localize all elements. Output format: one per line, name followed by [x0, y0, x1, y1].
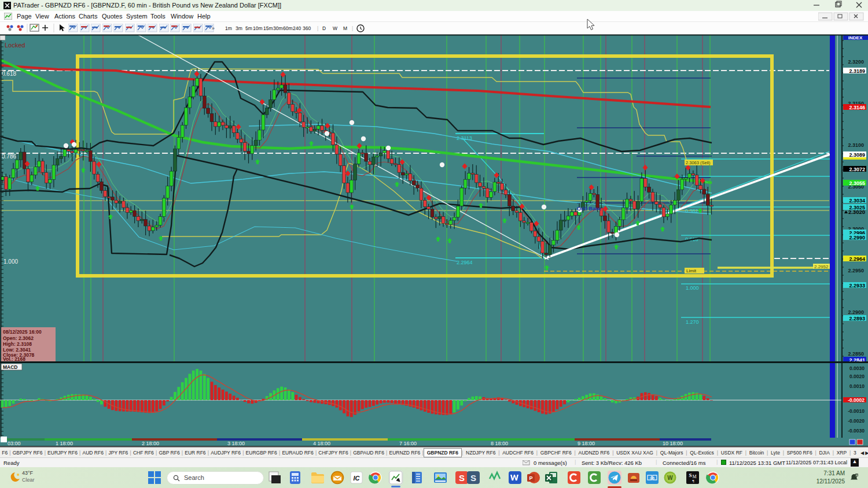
svg-text:W: W — [667, 475, 673, 481]
svg-text:Limit: Limit — [686, 268, 697, 273]
svg-text:2.3072: 2.3072 — [849, 167, 865, 172]
svg-text:2.3100: 2.3100 — [848, 142, 864, 148]
svg-text:Locked: Locked — [5, 42, 25, 49]
svg-text:9 18:00: 9 18:00 — [578, 441, 595, 446]
svg-text:2.2950: 2.2950 — [848, 268, 864, 273]
svg-text:3 18:00: 3 18:00 — [227, 441, 245, 446]
svg-text:8 18:00: 8 18:00 — [491, 441, 508, 446]
svg-text:2.3200: 2.3200 — [848, 59, 864, 65]
svg-text:1.000: 1.000 — [3, 258, 18, 265]
svg-text:2.3020: 2.3020 — [848, 209, 865, 215]
svg-text:2.2933: 2.2933 — [849, 283, 865, 289]
svg-text:2.2900: 2.2900 — [848, 309, 864, 315]
svg-text:1 18:00: 1 18:00 — [56, 441, 73, 446]
svg-text:P: P — [529, 475, 532, 481]
svg-text:0.0020: 0.0020 — [849, 374, 865, 379]
svg-text:2.2850: 2.2850 — [848, 351, 864, 357]
svg-text:08/12/2025 16:00: 08/12/2025 16:00 — [3, 329, 42, 335]
svg-text:2.3089: 2.3089 — [849, 152, 865, 158]
svg-text:10 18:00: 10 18:00 — [663, 441, 683, 446]
svg-text:2.2990: 2.2990 — [849, 235, 865, 241]
svg-text:1.270: 1.270 — [686, 319, 699, 325]
svg-text:03:00: 03:00 — [8, 441, 21, 446]
svg-text:7 16:00: 7 16:00 — [399, 441, 417, 446]
svg-text:Open: 2.3062: Open: 2.3062 — [3, 335, 34, 341]
svg-text:2.3055: 2.3055 — [849, 180, 865, 186]
svg-text:4 18:00: 4 18:00 — [313, 441, 330, 446]
svg-text:0.786: 0.786 — [2, 153, 16, 160]
svg-text:-0.0002: -0.0002 — [848, 397, 865, 403]
svg-text:IC: IC — [354, 475, 361, 482]
svg-text:2.2952: 2.2952 — [814, 264, 829, 269]
svg-text:S: S — [689, 472, 692, 478]
svg-text:2.2964: 2.2964 — [849, 256, 865, 262]
svg-text:2.3034: 2.3034 — [849, 198, 865, 204]
svg-text:Vol.: 2168: Vol.: 2168 — [3, 356, 25, 362]
svg-text:-0.0020: -0.0020 — [848, 418, 865, 424]
svg-text:0.618: 0.618 — [2, 71, 16, 77]
svg-text:Odd Base: Odd Base — [577, 206, 601, 212]
svg-text:2.3146: 2.3146 — [849, 105, 865, 110]
svg-text:0.0010: 0.0010 — [849, 383, 865, 389]
svg-text:2.2893: 2.2893 — [849, 316, 865, 321]
svg-text:2 18:00: 2 18:00 — [142, 441, 159, 446]
svg-text:GB: GB — [650, 476, 655, 480]
svg-text:-0.0010: -0.0010 — [848, 408, 865, 414]
svg-text:2.2964: 2.2964 — [457, 260, 473, 265]
svg-text:2.3063 (Sell): 2.3063 (Sell) — [686, 160, 711, 165]
svg-text:INDEX: INDEX — [848, 35, 863, 40]
svg-text:MACD: MACD — [3, 364, 18, 370]
svg-text:0.0030: 0.0030 — [849, 365, 865, 371]
svg-text:-0.0030: -0.0030 — [848, 428, 865, 434]
svg-text:S: S — [470, 473, 476, 483]
svg-text:High: 2.3108: High: 2.3108 — [3, 341, 32, 347]
svg-text:2.3189: 2.3189 — [849, 68, 865, 74]
svg-text:1.000: 1.000 — [686, 285, 699, 291]
svg-text:S: S — [459, 473, 465, 483]
